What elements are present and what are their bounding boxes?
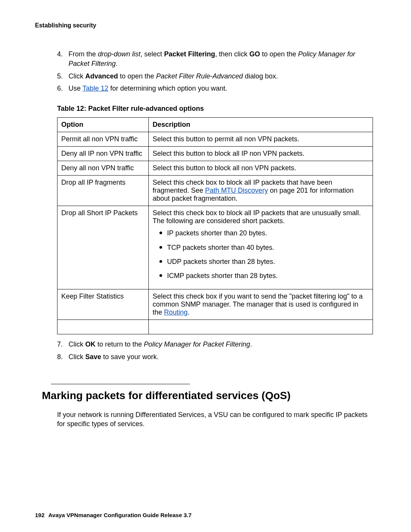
- text: dialog box.: [243, 72, 278, 80]
- cell-description: Select this button to block all non VPN …: [149, 161, 373, 176]
- table-row-empty: [57, 320, 373, 334]
- table-caption: Table 12: Packet Filter rule-advanced op…: [57, 105, 373, 113]
- text: .: [250, 340, 252, 348]
- text: to save your work.: [101, 353, 159, 361]
- text: From the: [68, 50, 98, 58]
- cell-description: Select this button to permit all non VPN…: [149, 132, 373, 147]
- text: , select: [140, 50, 164, 58]
- text-bold: Save: [85, 353, 101, 361]
- cell-empty: [149, 320, 373, 334]
- steps-list-b: Click OK to return to the Policy Manager…: [57, 340, 373, 362]
- cell-option: Drop all Short IP Packets: [57, 206, 149, 289]
- link-table-12[interactable]: Table 12: [83, 85, 108, 92]
- cell-option: Keep Filter Statistics: [57, 289, 149, 320]
- cell-description: Select this check box if you want to sen…: [149, 289, 373, 320]
- table-row: Drop all IP fragments Select this check …: [57, 176, 373, 206]
- list-item: UDP packets shorter than 28 bytes.: [159, 257, 369, 266]
- table-header-row: Option Description: [57, 118, 373, 132]
- table-row: Permit all non VPN traffic Select this b…: [57, 132, 373, 147]
- step-6: Use Table 12 for determining which optio…: [57, 84, 373, 93]
- step-4: From the drop-down list, select Packet F…: [57, 50, 373, 69]
- text-italic: Policy Manager for Packet Filtering: [144, 340, 250, 348]
- cell-empty: [57, 320, 149, 334]
- text-bold: GO: [249, 50, 260, 58]
- step-8: Click Save to save your work.: [57, 352, 373, 362]
- link-path-mtu[interactable]: Path MTU Discovery: [205, 187, 268, 194]
- cell-description: Select this check box to block all IP pa…: [149, 176, 373, 206]
- col-description: Description: [149, 118, 373, 132]
- cell-option: Permit all non VPN traffic: [57, 132, 149, 147]
- col-option: Option: [57, 118, 149, 132]
- cell-option: Deny all non VPN traffic: [57, 161, 149, 176]
- table-row: Keep Filter Statistics Select this check…: [57, 289, 373, 320]
- main-content: From the drop-down list, select Packet F…: [35, 50, 376, 429]
- section-divider: [51, 384, 190, 384]
- text: to return to the: [96, 340, 144, 348]
- options-table: Option Description Permit all non VPN tr…: [57, 117, 373, 334]
- text: on page 201: [268, 187, 308, 194]
- text: for determining which option you want.: [108, 85, 227, 92]
- text-bold: Packet Filtering: [164, 50, 215, 58]
- page-number: 192: [35, 512, 45, 518]
- page-footer: 192Avaya VPNmanager Configuration Guide …: [35, 512, 191, 518]
- list-item: ICMP packets shorter than 28 bytes.: [159, 272, 369, 280]
- text: Click: [68, 72, 85, 80]
- step-5: Click Advanced to open the Packet Filter…: [57, 72, 373, 81]
- table-row: Deny all non VPN traffic Select this but…: [57, 161, 373, 176]
- text-bold: OK: [85, 340, 96, 348]
- text-italic: Packet Filter Rule-Advanced: [156, 72, 243, 80]
- list-item: IP packets shorter than 20 bytes.: [159, 229, 369, 238]
- cell-description: Select this check box to block all IP pa…: [149, 206, 373, 289]
- text-italic: drop-down list: [98, 50, 140, 58]
- text: to open the: [260, 50, 298, 58]
- cell-option: Drop all IP fragments: [57, 176, 149, 206]
- table-row: Drop all Short IP Packets Select this ch…: [57, 206, 373, 289]
- list-item: TCP packets shorter than 40 bytes.: [159, 243, 369, 252]
- table-row: Deny all IP non VPN traffic Select this …: [57, 147, 373, 161]
- text: Click: [68, 340, 85, 348]
- page-header: Establishing security: [35, 22, 376, 29]
- cell-description: Select this button to block all IP non V…: [149, 147, 373, 161]
- text: .: [116, 60, 118, 67]
- link-routing[interactable]: Routing: [164, 308, 188, 316]
- short-packets-list: IP packets shorter than 20 bytes. TCP pa…: [153, 229, 369, 281]
- section-heading: Marking packets for differentiated servi…: [42, 390, 373, 402]
- text: Click: [68, 353, 85, 361]
- step-7: Click OK to return to the Policy Manager…: [57, 340, 373, 349]
- cell-option: Deny all IP non VPN traffic: [57, 147, 149, 161]
- text: , then click: [215, 50, 249, 58]
- text: .: [188, 308, 190, 316]
- text: Use: [68, 85, 83, 92]
- text: Select this check box to block all IP pa…: [153, 209, 361, 225]
- text: to open the: [118, 72, 156, 80]
- footer-title: Avaya VPNmanager Configuration Guide Rel…: [48, 512, 191, 518]
- section-body: If your network is running Differentiate…: [57, 410, 373, 429]
- steps-list-a: From the drop-down list, select Packet F…: [57, 50, 373, 93]
- text-bold: Advanced: [85, 72, 118, 80]
